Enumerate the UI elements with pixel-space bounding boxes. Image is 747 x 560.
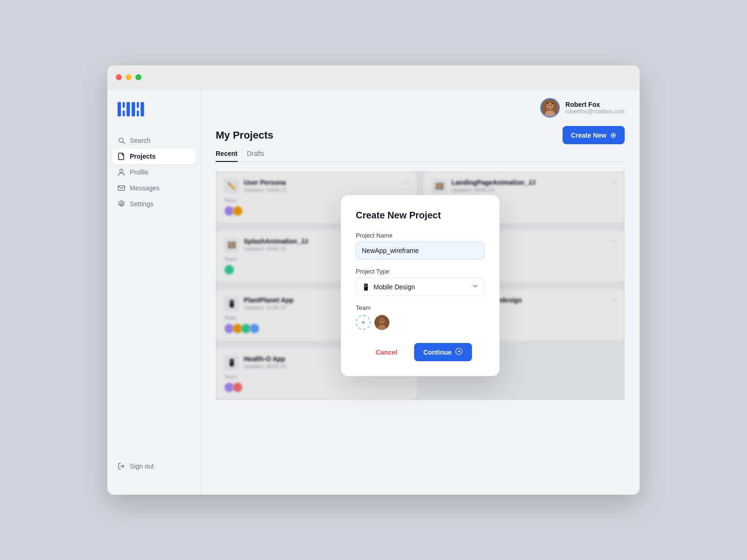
avatar (540, 98, 560, 118)
search-icon (118, 137, 125, 144)
file-icon (118, 153, 125, 160)
svg-point-19 (379, 318, 385, 324)
svg-rect-11 (118, 186, 125, 190)
mobile-icon: 📱 (362, 283, 370, 291)
project-type-label: Project Type (356, 268, 485, 275)
gear-icon (118, 200, 125, 208)
sidebar: Search Projects Profile (107, 90, 201, 495)
modal-overlay: Create New Project Project Name Project … (216, 171, 625, 400)
top-bar: Robert Fox robertfox@mailbox.com (201, 90, 640, 126)
close-dot[interactable] (116, 74, 122, 80)
tab-recent[interactable]: Recent (216, 150, 238, 162)
svg-point-14 (547, 103, 553, 109)
team-member-avatar (374, 315, 389, 330)
nav-section: Search Projects Profile (107, 133, 200, 458)
signout-button[interactable]: Sign out (112, 458, 196, 474)
modal-title: Create New Project (356, 210, 485, 221)
svg-rect-1 (123, 102, 125, 108)
sidebar-item-messages[interactable]: Messages (112, 180, 196, 196)
app-window: Search Projects Profile (107, 65, 640, 495)
create-project-modal: Create New Project Project Name Project … (341, 195, 500, 376)
sidebar-item-profile[interactable]: Profile (112, 164, 196, 180)
page-title: My Projects (216, 129, 274, 141)
project-type-select[interactable]: 📱 Mobile Design (356, 278, 485, 296)
plus-icon: ⊕ (610, 131, 616, 140)
svg-rect-2 (123, 111, 125, 117)
logo-area (107, 101, 200, 133)
user-icon (118, 168, 125, 176)
titlebar (107, 65, 640, 90)
minimize-dot[interactable] (126, 74, 132, 80)
modal-actions: Cancel Continue (356, 343, 485, 361)
user-name: Robert Fox (565, 101, 625, 108)
svg-point-22 (382, 320, 383, 321)
continue-icon (455, 348, 463, 357)
avatar-image (541, 98, 559, 118)
mail-icon (118, 184, 125, 192)
projects-area: My Projects Create New ⊕ Recent Drafts (201, 126, 640, 495)
maximize-dot[interactable] (135, 74, 141, 80)
sidebar-item-projects-label: Projects (130, 153, 155, 160)
project-type-value: Mobile Design (374, 283, 415, 291)
sidebar-item-messages-label: Messages (130, 184, 160, 192)
project-name-label: Project Name (356, 232, 485, 239)
team-avatars: + (356, 315, 485, 330)
sidebar-item-settings[interactable]: Settings (112, 196, 196, 212)
sidebar-item-settings-label: Settings (130, 200, 154, 208)
sidebar-item-search-label: Search (130, 137, 150, 144)
user-info: Robert Fox robertfox@mailbox.com (540, 98, 625, 118)
app-body: Search Projects Profile (107, 90, 640, 495)
tab-drafts[interactable]: Drafts (247, 150, 264, 162)
projects-header: My Projects Create New ⊕ (216, 126, 625, 144)
sidebar-item-profile-label: Profile (130, 168, 148, 176)
continue-label: Continue (423, 349, 452, 356)
projects-grid: ··· ✏️ User Persona Updated: 10/09-23 Te… (216, 171, 625, 400)
sidebar-bottom: Sign out (107, 458, 200, 483)
user-email: robertfox@mailbox.com (565, 108, 625, 115)
signout-icon (118, 462, 125, 470)
svg-point-15 (545, 110, 555, 118)
project-name-input[interactable] (356, 242, 485, 259)
sidebar-item-search[interactable]: Search (112, 133, 196, 148)
team-section: Team + (356, 304, 485, 330)
svg-point-12 (120, 203, 123, 205)
signout-label: Sign out (130, 462, 154, 470)
chevron-down-icon (472, 283, 479, 291)
svg-rect-3 (127, 102, 130, 116)
tabs: Recent Drafts (216, 150, 625, 162)
svg-rect-7 (141, 102, 144, 116)
main-content: Robert Fox robertfox@mailbox.com My Proj… (201, 90, 640, 495)
continue-button[interactable]: Continue (414, 343, 472, 361)
svg-point-21 (381, 320, 381, 321)
svg-rect-0 (118, 102, 121, 116)
svg-line-9 (123, 142, 125, 144)
sidebar-item-projects[interactable]: Projects (112, 148, 196, 164)
svg-rect-5 (137, 102, 139, 108)
add-member-icon: + (361, 318, 365, 327)
svg-rect-6 (137, 111, 139, 117)
svg-point-17 (550, 105, 552, 106)
user-text: Robert Fox robertfox@mailbox.com (565, 101, 625, 115)
svg-rect-4 (132, 102, 135, 116)
svg-point-10 (120, 169, 123, 173)
cancel-button[interactable]: Cancel (368, 344, 405, 361)
team-label: Team (356, 304, 485, 311)
add-member-button[interactable]: + (356, 315, 371, 330)
svg-point-16 (548, 105, 550, 106)
app-logo (117, 101, 147, 118)
create-new-button[interactable]: Create New ⊕ (563, 126, 625, 144)
create-new-label: Create New (571, 132, 606, 139)
